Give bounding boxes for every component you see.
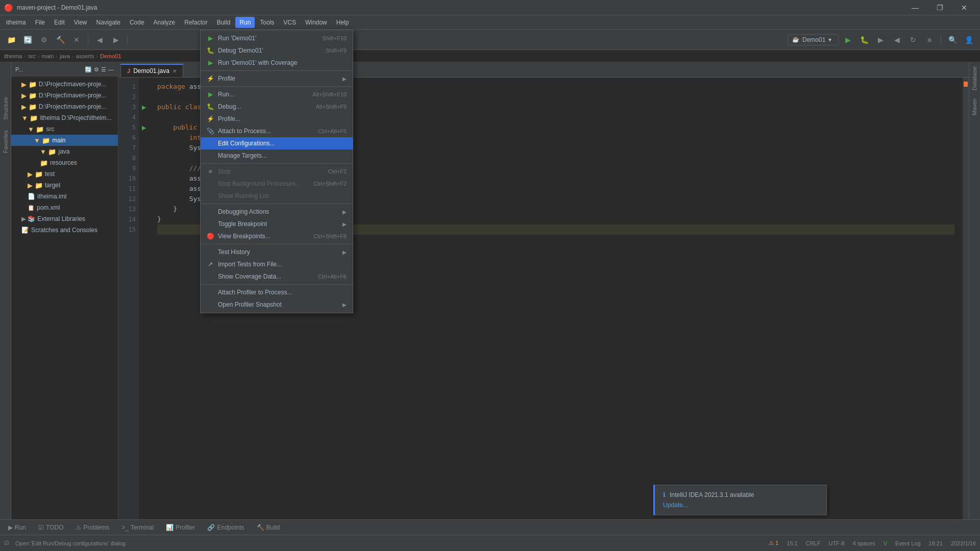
menu-edit[interactable]: Edit	[50, 17, 69, 28]
panel-close-icon[interactable]: —	[108, 66, 114, 73]
menu-analyze[interactable]: Analyze	[150, 17, 180, 28]
menu-debug-dots[interactable]: 🐛 Debug... Alt+Shift+F9	[201, 101, 353, 113]
menu-itheima[interactable]: itheima	[2, 17, 30, 28]
menu-vcs[interactable]: VCS	[279, 17, 300, 28]
menu-debugging-actions[interactable]: Debugging Actions ▶	[201, 206, 353, 218]
toolbar-project-btn[interactable]: 📁	[4, 33, 18, 47]
menu-run-dots[interactable]: ▶ Run... Alt+Shift+F10	[201, 88, 353, 101]
bottom-tab-terminal[interactable]: >_ Terminal	[117, 522, 158, 533]
minimize-button[interactable]: —	[903, 0, 927, 15]
run-config-selector[interactable]: ☕ Demo01 ▾	[788, 34, 839, 45]
panel-settings-icon[interactable]: ⚙	[94, 66, 99, 73]
maven-tab[interactable]: Maven	[969, 94, 980, 119]
menu-manage-targets[interactable]: Manage Targets...	[201, 149, 353, 162]
panel-settings2-icon[interactable]: ☰	[101, 66, 106, 73]
tree-item-src[interactable]: ▼ 📁 src	[11, 123, 118, 135]
toolbar-forward-btn[interactable]: ▶	[109, 33, 123, 47]
menu-attach[interactable]: 📎 Attach to Process... Ctrl+Alt+F5	[201, 125, 353, 137]
toolbar-sync-btn[interactable]: 🔄	[20, 33, 35, 47]
menu-profile-dots[interactable]: ⚡ Profile...	[201, 113, 353, 125]
menu-refactor[interactable]: Refactor	[180, 17, 211, 28]
menu-view-bp[interactable]: 🔴 View Breakpoints... Ctrl+Shift+F8	[201, 230, 353, 242]
menu-file[interactable]: File	[31, 17, 49, 28]
tree-item-main[interactable]: ▼ 📁 main	[11, 135, 118, 146]
tree-item-ext-libs[interactable]: ▶ 📚 External Libraries	[11, 213, 118, 224]
toolbar-close-btn[interactable]: ✕	[69, 33, 84, 47]
bottom-tab-run[interactable]: ▶ Run	[4, 522, 30, 533]
toolbar-profile-btn[interactable]: ◀	[890, 33, 904, 47]
bottom-tab-build[interactable]: 🔨 Build	[253, 522, 284, 533]
menu-profile-submenu[interactable]: ⚡ Profile ▶	[201, 72, 353, 85]
bottom-tab-endpoints[interactable]: 🔗 Endpoints	[203, 522, 248, 533]
breadcrumb-asserts[interactable]: asserts	[76, 53, 94, 59]
menu-edit-configs[interactable]: Edit Configurations...	[201, 137, 353, 149]
breadcrumb-itheima[interactable]: itheima	[4, 53, 22, 59]
menu-help[interactable]: Help	[332, 17, 353, 28]
menu-debug-demo01[interactable]: 🐛 Debug 'Demo01' Shift+F9	[201, 44, 353, 57]
status-line-sep[interactable]: CRLF	[806, 540, 821, 546]
tree-label-ext-libs: External Libraries	[37, 215, 85, 222]
tree-item-resources[interactable]: 📁 resources	[11, 157, 118, 168]
toolbar-back-btn[interactable]: ◀	[92, 33, 107, 47]
menu-run-demo01[interactable]: ▶ Run 'Demo01' Shift+F10	[201, 32, 353, 44]
menu-open-profiler[interactable]: Open Profiler Snapshot ▶	[201, 298, 353, 311]
event-log[interactable]: Event Log	[895, 540, 921, 546]
breadcrumb-src[interactable]: src	[28, 53, 36, 59]
tree-item-project1[interactable]: ▶ 📁 D:\Project\maven-proje...	[11, 79, 118, 90]
toolbar-search-button[interactable]: 🔍	[945, 33, 960, 47]
toolbar-avatar-button[interactable]: 👤	[962, 33, 976, 47]
tree-item-itheima[interactable]: ▼ 📁 itheima D:\Project\itheim...	[11, 112, 118, 123]
editor-tab-demo01[interactable]: J Demo01.java ✕	[120, 64, 183, 77]
menu-run-coverage[interactable]: ▶ Run 'Demo01' with Coverage	[201, 57, 353, 69]
toolbar-coverage-button[interactable]: ▶	[873, 33, 888, 47]
toolbar-debug-button[interactable]: 🐛	[857, 33, 871, 47]
tree-item-pom[interactable]: 📋 pom.xml	[11, 202, 118, 213]
database-tab[interactable]: Database	[969, 62, 980, 94]
toolbar-settings-btn[interactable]: ⚙	[37, 33, 51, 47]
stop-bg-shortcut: Ctrl+Shift+F2	[313, 181, 347, 187]
tree-item-target[interactable]: ▶ 📁 target	[11, 180, 118, 191]
bottom-tab-profiler[interactable]: 📊 Profiler	[162, 522, 199, 533]
status-position[interactable]: 15:1	[787, 540, 797, 546]
favorites-tab[interactable]: Favorites	[1, 126, 11, 157]
tree-item-test[interactable]: ▶ 📁 test	[11, 168, 118, 180]
status-indent[interactable]: 4 spaces	[853, 540, 875, 546]
notification-update-link[interactable]: Update...	[663, 502, 688, 509]
toolbar-run-button[interactable]: ▶	[841, 33, 855, 47]
run-gutter-icon-5[interactable]: ▶	[142, 124, 146, 131]
menu-tools[interactable]: Tools	[256, 17, 278, 28]
menu-attach-profiler[interactable]: Attach Profiler to Process...	[201, 286, 353, 298]
close-button[interactable]: ✕	[952, 0, 976, 15]
run-tab-label: Run	[15, 524, 26, 531]
breadcrumb-java[interactable]: java	[60, 53, 70, 59]
toolbar-stop-btn[interactable]: ■	[922, 33, 937, 47]
menu-show-coverage[interactable]: Show Coverage Data... Ctrl+Alt+F6	[201, 270, 353, 283]
status-encoding[interactable]: UTF-8	[828, 540, 844, 546]
toolbar-build-btn[interactable]: 🔨	[53, 33, 67, 47]
tree-item-scratches[interactable]: 📝 Scratches and Consoles	[11, 224, 118, 236]
menu-code[interactable]: Code	[126, 17, 149, 28]
menu-toggle-bp[interactable]: Toggle Breakpoint ▶	[201, 218, 353, 230]
folder-icon-resources: 📁	[40, 159, 48, 167]
panel-sync-icon[interactable]: 🔄	[85, 66, 92, 73]
menu-navigate[interactable]: Navigate	[92, 17, 125, 28]
tree-item-project3[interactable]: ▶ 📁 D:\Project\maven-proje...	[11, 101, 118, 112]
breadcrumb-main[interactable]: main	[41, 53, 54, 59]
tree-item-iml[interactable]: 📄 itheima.iml	[11, 191, 118, 202]
toolbar-rerun-btn[interactable]: ↻	[906, 33, 920, 47]
editor-tab-close[interactable]: ✕	[173, 68, 177, 74]
menu-test-history[interactable]: Test History ▶	[201, 246, 353, 258]
bottom-tab-todo[interactable]: ☑ TODO	[34, 522, 67, 533]
breadcrumb-file[interactable]: Demo01	[100, 53, 121, 59]
bottom-tab-problems[interactable]: ⚠ Problems	[71, 522, 113, 533]
menu-import-tests[interactable]: ↗ Import Tests from File...	[201, 258, 353, 270]
menu-build[interactable]: Build	[213, 17, 235, 28]
structure-tab[interactable]: Structure	[1, 93, 11, 124]
menu-view[interactable]: View	[70, 17, 91, 28]
run-gutter-icon-3[interactable]: ▶	[142, 104, 146, 111]
tree-item-java[interactable]: ▼ 📁 java	[11, 146, 118, 157]
maximize-button[interactable]: ❐	[928, 0, 951, 15]
tree-item-project2[interactable]: ▶ 📁 D:\Project\maven-proje...	[11, 90, 118, 101]
menu-run[interactable]: Run	[235, 17, 255, 28]
menu-window[interactable]: Window	[301, 17, 331, 28]
